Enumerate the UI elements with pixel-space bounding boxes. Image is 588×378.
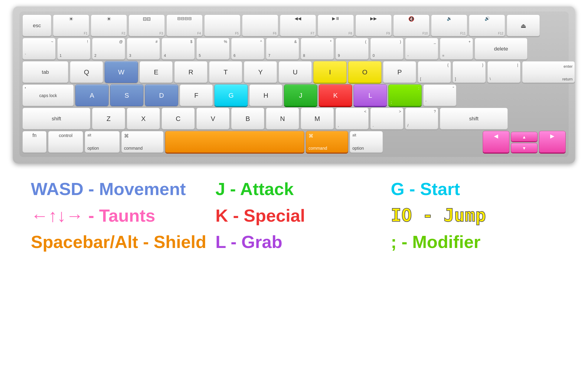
key-2[interactable]: @ 2 [92, 38, 125, 60]
key-u[interactable]: U [279, 61, 312, 83]
key-r[interactable]: R [174, 61, 207, 83]
key-6[interactable]: ^ 6 [231, 38, 264, 60]
zxcv-row: shift Z X C V B N [22, 108, 566, 129]
keyboard-shell: esc ☀ F1 ☀ F2 ⊟⊟ F3 ⊟⊟⊟⊟ F4 [13, 6, 575, 164]
key-z[interactable]: Z [92, 108, 125, 129]
legend-io-jump: IO - Jump [391, 205, 557, 226]
legend-wasd: WASD - Movement [31, 179, 206, 199]
key-l[interactable]: L [354, 84, 387, 106]
key-s[interactable]: S [110, 84, 143, 106]
key-f4[interactable]: ⊟⊟⊟⊟ F4 [166, 15, 203, 36]
key-eject[interactable]: ⏏ [507, 15, 540, 36]
key-f8[interactable]: ▶⏸ F8 [318, 15, 354, 36]
key-g[interactable]: G [214, 84, 248, 106]
key-shift-left[interactable]: shift [22, 108, 90, 129]
number-row: ~ ` ! 1 @ 2 # 3 $ 4 [22, 38, 566, 60]
key-v[interactable]: V [196, 108, 230, 129]
key-f10[interactable]: 🔇 F10 [393, 15, 430, 36]
key-f[interactable]: F [180, 84, 213, 106]
key-quote[interactable]: " ' [423, 84, 456, 106]
key-c[interactable]: C [162, 108, 195, 129]
key-e[interactable]: E [139, 61, 173, 83]
key-j[interactable]: J [284, 84, 317, 106]
key-f6[interactable]: F6 [242, 15, 278, 36]
key-f11[interactable]: 🔉 F11 [431, 15, 467, 36]
key-b[interactable]: B [231, 108, 264, 129]
key-control[interactable]: control [48, 131, 83, 153]
key-f1[interactable]: ☀ F1 [53, 15, 89, 36]
keyboard-inner: esc ☀ F1 ☀ F2 ⊟⊟ F3 ⊟⊟⊟⊟ F4 [19, 11, 569, 157]
key-f12[interactable]: 🔊 F12 [469, 15, 505, 36]
legend-arrows-taunts: ←↑↓→ - Taunts [31, 205, 206, 226]
key-minus[interactable]: _ - [405, 38, 438, 60]
legend-l-grab: L - Grab [215, 232, 382, 252]
legend-g-start: G - Start [391, 179, 557, 199]
key-n[interactable]: N [266, 108, 299, 129]
key-f5[interactable]: F5 [204, 15, 240, 36]
key-k[interactable]: K [319, 84, 352, 106]
key-period[interactable]: > . [370, 108, 403, 129]
key-y[interactable]: Y [244, 61, 277, 83]
key-comma[interactable]: < , [335, 108, 369, 129]
bottom-row: fn control alt option ⌘ command ⌘ comman [22, 131, 566, 153]
arrow-up-down-col: ▲ ▼ [511, 132, 537, 153]
key-alt-left[interactable]: alt option [85, 131, 120, 153]
key-f9[interactable]: ▶▶ F9 [355, 15, 392, 36]
qwerty-row: tab Q W E R T Y [22, 61, 566, 83]
legend-semicolon-modifier: ; - Modifier [391, 232, 557, 252]
key-1[interactable]: ! 1 [57, 38, 90, 60]
key-q[interactable]: Q [70, 61, 103, 83]
legend: WASD - Movement J - Attack G - Start ←↑↓… [13, 176, 575, 255]
key-9[interactable]: ( 9 [335, 38, 369, 60]
key-o[interactable]: O [348, 61, 381, 83]
key-semicolon[interactable]: : ; [388, 84, 422, 106]
key-f7[interactable]: ◀◀ F7 [280, 15, 316, 36]
key-p[interactable]: P [383, 61, 416, 83]
asdf-row: • caps lock A S D F G [22, 84, 566, 106]
function-key-row: esc ☀ F1 ☀ F2 ⊟⊟ F3 ⊟⊟⊟⊟ F4 [22, 15, 566, 36]
key-equal[interactable]: + = [440, 38, 473, 60]
key-spacebar[interactable] [165, 131, 304, 153]
key-command-left[interactable]: ⌘ command [121, 131, 164, 153]
key-arrow-up[interactable]: ▲ [511, 132, 537, 142]
key-w[interactable]: W [105, 61, 138, 83]
key-backslash[interactable]: | \ [487, 61, 521, 83]
key-t[interactable]: T [209, 61, 242, 83]
key-command-right[interactable]: ⌘ command [306, 131, 348, 153]
key-slash[interactable]: ? / [405, 108, 438, 129]
key-m[interactable]: M [301, 108, 334, 129]
key-tab[interactable]: tab [22, 61, 68, 83]
key-caps-lock[interactable]: • caps lock [22, 84, 74, 106]
key-4[interactable]: $ 4 [162, 38, 195, 60]
key-x[interactable]: X [127, 108, 160, 129]
legend-j-attack: J - Attack [215, 179, 382, 199]
key-arrow-right[interactable]: ▶ [539, 131, 566, 153]
key-arrow-left[interactable]: ◀ [483, 131, 509, 153]
key-3[interactable]: # 3 [127, 38, 160, 60]
key-fn[interactable]: fn [22, 131, 47, 153]
legend-k-special: K - Special [215, 205, 382, 226]
legend-space-shield: Spacebar/Alt - Shield [31, 232, 206, 252]
key-i[interactable]: I [313, 61, 347, 83]
key-delete[interactable]: delete [475, 38, 528, 60]
key-esc[interactable]: esc [22, 15, 51, 36]
key-shift-right[interactable]: shift [440, 108, 508, 129]
key-d[interactable]: D [145, 84, 178, 106]
key-tilde[interactable]: ~ ` [22, 38, 56, 60]
key-8[interactable]: * 8 [301, 38, 334, 60]
key-5[interactable]: % 5 [196, 38, 230, 60]
key-alt-right[interactable]: alt option [350, 131, 383, 153]
key-0[interactable]: ) 0 [370, 38, 403, 60]
key-h[interactable]: H [249, 84, 283, 106]
keyboard-container: esc ☀ F1 ☀ F2 ⊟⊟ F3 ⊟⊟⊟⊟ F4 [13, 6, 575, 176]
key-f3[interactable]: ⊟⊟ F3 [129, 15, 165, 36]
key-f2[interactable]: ☀ F2 [91, 15, 127, 36]
key-enter[interactable]: enter return [522, 61, 575, 83]
key-7[interactable]: & 7 [266, 38, 299, 60]
key-lbracket[interactable]: { [ [418, 61, 451, 83]
key-a[interactable]: A [75, 84, 109, 106]
key-arrow-down[interactable]: ▼ [511, 143, 537, 153]
key-rbracket[interactable]: } ] [452, 61, 486, 83]
